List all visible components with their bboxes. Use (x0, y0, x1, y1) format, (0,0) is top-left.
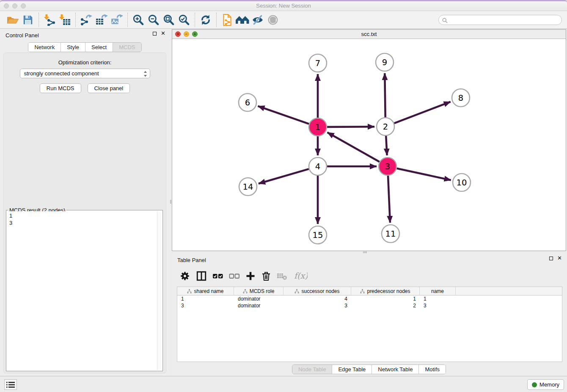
close-table-panel-icon[interactable]: ✕ (557, 256, 562, 260)
close-window-icon[interactable] (4, 3, 9, 8)
edge-4-14[interactable] (259, 169, 309, 184)
network-minimize-icon[interactable]: − (184, 31, 189, 37)
node-label: 14 (243, 182, 253, 192)
node-4[interactable]: 4 (309, 157, 327, 175)
cell-name[interactable]: 1 (420, 295, 456, 302)
tab-network[interactable]: Network (28, 43, 61, 52)
float-panel-icon[interactable] (153, 32, 157, 36)
main-toolbar (0, 11, 567, 29)
search-input[interactable] (438, 15, 562, 25)
table-panel: Table Panel ✕ f(x) shared nameMCDS roles… (172, 254, 566, 376)
open-session-icon[interactable] (5, 13, 20, 27)
memory-button[interactable]: Memory (527, 379, 564, 390)
export-network-icon[interactable] (79, 13, 94, 27)
status-bar: Memory (0, 376, 567, 392)
refresh-layout-icon[interactable] (198, 13, 213, 27)
network-window-titlebar: × − + scc.txt (172, 30, 566, 39)
maximize-window-icon[interactable] (21, 3, 26, 8)
table-settings-icon[interactable] (179, 271, 190, 282)
column-header-successor-nodes[interactable]: successor nodes (284, 287, 351, 295)
node-label: 11 (385, 229, 396, 239)
zoom-selected-icon[interactable] (176, 13, 192, 27)
mcds-result-line: 1 (9, 212, 160, 219)
cell-successor-nodes[interactable]: 4 (284, 295, 351, 302)
zoom-fit-icon[interactable] (161, 13, 176, 27)
table-tab-edge-table[interactable]: Edge Table (332, 365, 372, 374)
minimize-window-icon[interactable] (12, 3, 17, 8)
cell-predecessor-nodes[interactable]: 2 (351, 302, 420, 309)
app-window: Session: New Session Control Panel ✕ Net… (0, 0, 567, 392)
edge-2-3[interactable] (386, 136, 387, 155)
table-tab-motifs[interactable]: Motifs (419, 365, 446, 374)
tab-mcds[interactable]: MCDS (113, 43, 141, 52)
run-mcds-button[interactable]: Run MCDS (40, 83, 81, 93)
column-label: shared name (194, 288, 223, 294)
network-canvas[interactable]: 1234678910111415 (172, 39, 566, 251)
edge-2-8[interactable] (394, 102, 451, 123)
optimization-criterion-select[interactable]: strongly connected component (20, 69, 150, 78)
column-header-name[interactable]: name (420, 287, 456, 295)
zoom-out-icon[interactable] (146, 13, 161, 27)
node-6[interactable]: 6 (239, 94, 256, 111)
save-session-icon[interactable] (20, 13, 36, 27)
edge-2-9[interactable] (385, 73, 385, 117)
export-table-icon[interactable] (94, 13, 109, 27)
table-tabs: Node TableEdge TableNetwork TableMotifs (292, 364, 446, 374)
hide-selected-icon[interactable] (250, 13, 265, 27)
result-scrollbar[interactable] (157, 211, 162, 370)
edge-3-11[interactable] (388, 176, 390, 223)
select-all-icon[interactable] (212, 272, 223, 280)
node-14[interactable]: 14 (239, 178, 257, 196)
float-table-panel-icon[interactable] (549, 257, 553, 260)
column-header-predecessor-nodes[interactable]: predecessor nodes (351, 287, 420, 295)
node-11[interactable]: 11 (382, 225, 399, 243)
edge-1-2[interactable] (327, 127, 374, 127)
zoom-in-icon[interactable] (131, 13, 146, 27)
export-image-icon[interactable] (109, 13, 124, 27)
import-table-icon[interactable] (57, 13, 72, 27)
clone-network-icon[interactable] (220, 13, 235, 27)
node-7[interactable]: 7 (309, 54, 327, 72)
tab-select[interactable]: Select (85, 43, 113, 52)
node-label: 6 (245, 98, 250, 108)
table-tab-network-table[interactable]: Network Table (372, 365, 419, 374)
edge-1-6[interactable] (258, 106, 309, 124)
column-header-shared-name[interactable]: shared name (177, 287, 234, 295)
deselect-all-icon[interactable] (229, 272, 240, 280)
edge-3-1[interactable] (328, 133, 380, 162)
network-maximize-icon[interactable]: + (192, 31, 198, 37)
network-close-icon[interactable]: × (175, 31, 181, 37)
node-2[interactable]: 2 (377, 118, 394, 135)
node-3[interactable]: 3 (379, 157, 396, 175)
node-1[interactable]: 1 (309, 118, 327, 136)
table-tab-node-table[interactable]: Node Table (292, 365, 333, 374)
import-network-icon[interactable] (42, 13, 57, 27)
column-header-mcds-role[interactable]: MCDS role (234, 287, 284, 295)
close-panel-icon[interactable]: ✕ (161, 31, 165, 36)
edge-3-10[interactable] (397, 168, 451, 180)
tab-style[interactable]: Style (61, 43, 85, 52)
node-label: 9 (382, 58, 387, 67)
node-9[interactable]: 9 (376, 53, 394, 71)
first-neighbors-icon[interactable] (235, 13, 250, 27)
cell-predecessor-nodes[interactable]: 1 (351, 295, 420, 302)
cell-mcds-role[interactable]: dominator (234, 295, 284, 302)
cell-mcds-role[interactable]: dominator (234, 302, 284, 309)
table-row-1[interactable]: 1dominator411 (177, 295, 562, 302)
node-8[interactable]: 8 (452, 89, 470, 107)
close-panel-button[interactable]: Close panel (88, 83, 130, 93)
node-label: 2 (383, 122, 388, 132)
mcds-result-text[interactable]: 13 (7, 211, 162, 370)
add-row-icon[interactable] (245, 271, 256, 281)
delete-row-icon[interactable] (261, 271, 271, 282)
node-10[interactable]: 10 (453, 174, 471, 191)
cell-name[interactable]: 3 (420, 302, 456, 309)
cell-shared-name[interactable]: 1 (177, 295, 234, 302)
node-15[interactable]: 15 (309, 226, 327, 244)
cell-shared-name[interactable]: 3 (177, 302, 234, 309)
task-history-button[interactable] (4, 379, 17, 390)
memory-status-icon (532, 382, 537, 387)
cell-successor-nodes[interactable]: 3 (284, 302, 351, 309)
table-row-2[interactable]: 3dominator323 (177, 302, 562, 309)
split-columns-icon[interactable] (196, 271, 207, 282)
